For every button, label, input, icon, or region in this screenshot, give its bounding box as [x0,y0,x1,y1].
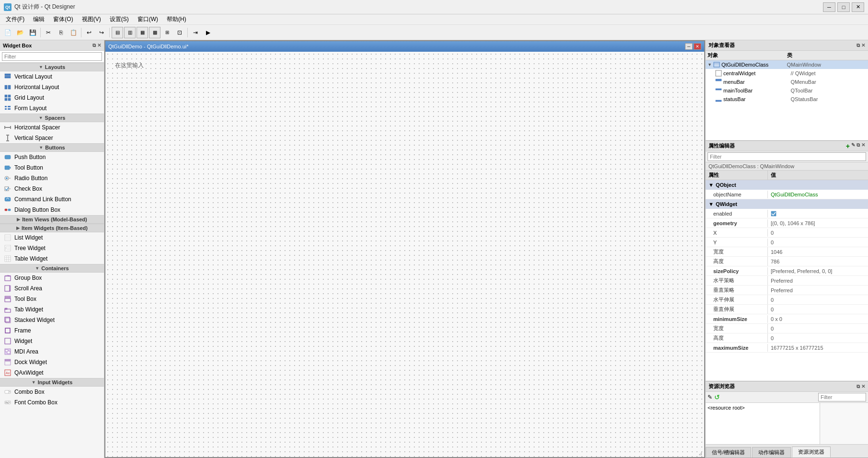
toolbar-cut[interactable]: ✂ [43,27,54,38]
canvas-content[interactable]: 在这里输入 ⊿ [105,52,704,457]
section-spacers[interactable]: ▼ Spacers [0,114,104,122]
widget-frame[interactable]: Frame [0,325,104,336]
widget-tool-button[interactable]: Tool Button [0,162,104,173]
toolbar-redo[interactable]: ↪ [96,27,107,38]
prop-row-vstretch[interactable]: 垂直伸展 0 [706,305,868,314]
tab-signal-slot[interactable]: 信号/槽编辑器 [706,447,751,458]
widget-font-combo-box[interactable]: Aa Font Combo Box [0,397,104,408]
widget-horizontal-spacer[interactable]: Horizontal Spacer [0,122,104,133]
obj-row-menubar[interactable]: menuBar QMenuBar [706,78,868,86]
widget-dialog-button-box[interactable]: Dialog Button Box [0,205,104,215]
obj-row-main[interactable]: ▼ QtGuiDllDemoClass QMainWindow [706,60,868,69]
widget-combo-box[interactable]: Combo Box [0,387,104,397]
toolbar-tab-order[interactable]: ⇥ [190,27,201,38]
toolbar-undo[interactable]: ↩ [83,27,95,38]
widget-list-widget[interactable]: List Widget [0,232,104,243]
menu-file[interactable]: 文件(F) [2,14,28,24]
prop-row-geometry[interactable]: geometry [(0, 0), 1046 x 786] [706,218,868,228]
widget-widget[interactable]: Widget [0,336,104,346]
tab-action-editor[interactable]: 动作编辑器 [752,447,791,458]
widget-qaxwidget[interactable]: Ax QAxWidget [0,367,104,378]
restore-button[interactable]: □ [837,2,850,12]
resource-filter-input[interactable] [818,393,866,401]
resource-browser-float-icon[interactable]: ⧉ [857,384,860,389]
widget-tab-widget[interactable]: Tab Widget [0,304,104,315]
object-inspector-float-icon[interactable]: ⧉ [857,43,860,48]
widget-tree-widget[interactable]: Tree Widget [0,243,104,253]
toolbar-layout-v[interactable]: ▥ [124,27,136,38]
section-item-widgets[interactable]: ▶ Item Widgets (Item-Based) [0,224,104,232]
properties-close-icon[interactable]: ✕ [861,142,865,150]
toolbar-preview[interactable]: ▶ [202,27,214,38]
toolbar-layout-g[interactable]: ▦ [137,27,148,38]
widget-scroll-area[interactable]: Scroll Area [0,283,104,294]
properties-add-icon[interactable]: + [846,142,850,150]
prop-row-y[interactable]: Y 0 [706,238,868,247]
widget-box-float-icon[interactable]: ⧉ [92,43,96,48]
prop-row-hstretch[interactable]: 水平伸展 0 [706,295,868,305]
obj-row-toolbar[interactable]: mainToolBar QToolBar [706,86,868,95]
section-layouts[interactable]: ▼ Layouts [0,63,104,71]
prop-row-objectname[interactable]: objectName QtGuiDllDemoClass [706,190,868,199]
widget-tool-box[interactable]: Tool Box [0,294,104,304]
menu-form[interactable]: 窗体(O) [49,14,77,24]
prop-row-hpolicy[interactable]: 水平策略 Preferred [706,276,868,286]
resource-browser-close-icon[interactable]: ✕ [861,384,865,389]
toolbar-new[interactable]: 📄 [2,27,13,38]
menu-view[interactable]: 视图(V) [78,14,105,24]
prop-section-qobject[interactable]: ▼ QObject [706,180,868,190]
section-buttons[interactable]: ▼ Buttons [0,143,104,152]
resource-refresh-icon[interactable]: ↺ [714,393,720,401]
menu-help[interactable]: 帮助(H) [163,14,190,24]
widget-box-filter-input[interactable] [2,52,102,61]
widget-table-widget[interactable]: Table Widget [0,253,104,264]
properties-float-icon[interactable]: ⧉ [857,142,860,150]
widget-mdi-area[interactable]: MDI Area [0,346,104,357]
toolbar-save[interactable]: 💾 [27,27,38,38]
tab-resource-browser[interactable]: 资源浏览器 [792,447,831,458]
inner-close-btn[interactable]: ✕ [694,43,701,50]
obj-row-statusbar[interactable]: statusBar QStatusBar [706,95,868,103]
prop-row-sizepolicy[interactable]: sizePolicy [Preferred, Preferred, 0, 0] [706,266,868,276]
widget-vertical-layout[interactable]: Vertical Layout [0,71,104,82]
prop-row-vpolicy[interactable]: 垂直策略 Preferred [706,286,868,295]
canvas-resize-handle[interactable]: ⊿ [697,450,703,456]
toolbar-break-layout[interactable]: ⊞ [161,27,173,38]
toolbar-layout-h[interactable]: ▤ [112,27,123,38]
widget-grid-layout[interactable]: Grid Layout [0,92,104,103]
widget-command-link-button[interactable]: Command Link Button [0,194,104,205]
prop-row-minheight[interactable]: 高度 0 [706,333,868,343]
widget-push-button[interactable]: Push Button [0,152,104,162]
prop-row-width[interactable]: 宽度 1046 [706,247,868,257]
obj-row-central[interactable]: centralWidget // QWidget [706,69,868,78]
widget-box-close-icon[interactable]: ✕ [97,43,101,48]
menu-window[interactable]: 窗口(W) [134,14,162,24]
prop-row-height[interactable]: 高度 786 [706,257,868,266]
section-containers[interactable]: ▼ Containers [0,264,104,273]
widget-radio-button[interactable]: Radio Button [0,173,104,183]
section-item-views[interactable]: ▶ Item Views (Model-Based) [0,215,104,224]
inner-minimize-btn[interactable]: ─ [685,43,693,50]
properties-edit-icon[interactable]: ✎ [851,142,855,150]
widget-group-box[interactable]: GBox Group Box [0,273,104,283]
prop-row-minwidth[interactable]: 宽度 0 [706,324,868,333]
widget-vertical-spacer[interactable]: Vertical Spacer [0,133,104,143]
prop-row-maxsize[interactable]: maximumSize 16777215 x 16777215 [706,343,868,353]
toolbar-layout-f[interactable]: ▩ [149,27,160,38]
widget-check-box[interactable]: Check Box [0,183,104,194]
prop-row-minsize[interactable]: minimumSize 0 x 0 [706,314,868,324]
widget-dock-widget[interactable]: Dock Widget [0,357,104,367]
prop-filter-input[interactable] [708,152,866,161]
menu-edit[interactable]: 编辑 [29,14,48,24]
object-inspector-close-icon[interactable]: ✕ [861,43,865,48]
menu-settings[interactable]: 设置(S) [106,14,133,24]
toolbar-open[interactable]: 📂 [14,27,26,38]
toolbar-adjust-size[interactable]: ⊡ [174,27,185,38]
widget-form-layout[interactable]: Form Layout [0,103,104,114]
widget-horizontal-layout[interactable]: Horizontal Layout [0,82,104,92]
section-input-widgets[interactable]: ▼ Input Widgets [0,378,104,387]
prop-row-x[interactable]: X 0 [706,228,868,238]
toolbar-copy[interactable]: ⎘ [55,27,67,38]
minimize-button[interactable]: ─ [823,2,835,12]
prop-row-enabled[interactable]: enabled [706,209,868,218]
